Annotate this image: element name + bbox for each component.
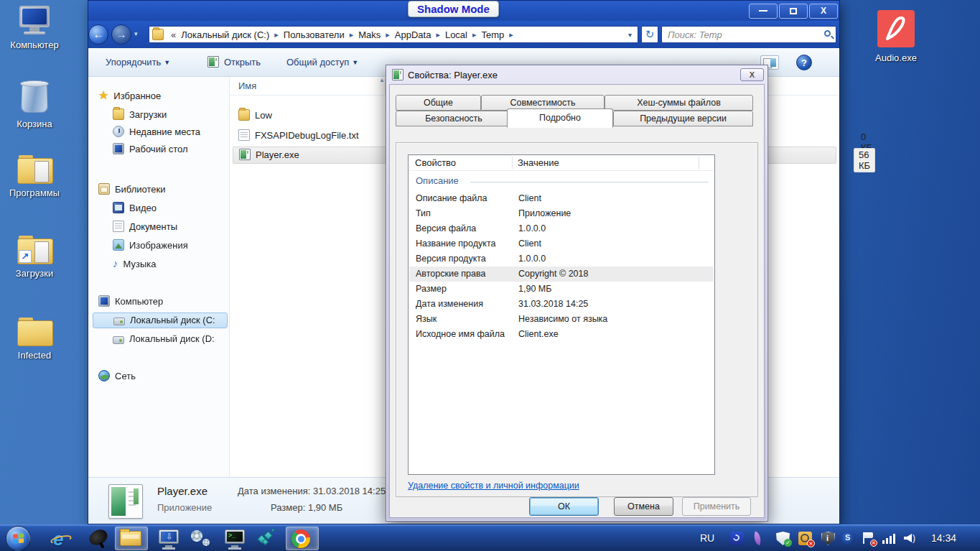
breadcrumb-segment[interactable]: Пользователи (282, 29, 346, 40)
property-row[interactable]: Название продуктаClient (409, 236, 714, 251)
nav-pictures[interactable]: Изображения (93, 238, 228, 254)
property-row[interactable]: ТипПриложение (409, 206, 714, 221)
property-row[interactable]: Исходное имя файлаClient.exe (409, 327, 714, 342)
property-row-highlighted[interactable]: Авторские праваCopyright © 2018 (409, 267, 714, 282)
nav-desktop[interactable]: Рабочий стол (93, 142, 228, 157)
organize-button[interactable]: Упорядочить▼ (100, 55, 176, 70)
crumb-sep-icon[interactable]: ▸ (469, 30, 480, 40)
tray-shadow-defender-icon[interactable] (730, 532, 744, 545)
name-column-header[interactable]: Имя (238, 80, 256, 91)
tray-cs-icon[interactable]: S (841, 532, 855, 545)
tab-hash-sums[interactable]: Хеш-суммы файлов (605, 95, 753, 111)
taskbar-internet-explorer[interactable]: e (47, 527, 76, 550)
nav-favorites[interactable]: ★Избранное (93, 88, 228, 104)
start-button[interactable] (6, 526, 31, 551)
back-button[interactable]: ← (88, 24, 108, 45)
crumb-sep-icon[interactable]: ▸ (271, 30, 282, 40)
close-button[interactable]: X (809, 4, 838, 19)
breadcrumb-segment[interactable]: Maks (357, 29, 382, 40)
breadcrumb[interactable]: « Локальный диск (C:) ▸ Пользователи ▸ M… (149, 26, 638, 43)
property-row[interactable]: Размер1,90 МБ (409, 282, 714, 297)
application-big-icon (108, 484, 143, 519)
value-column[interactable]: Значение (518, 157, 559, 168)
tab-previous-versions[interactable]: Предыдущие версии (613, 111, 753, 126)
tab-details-active[interactable]: Подробно (507, 108, 613, 128)
programs-folder-icon (17, 155, 52, 182)
dialog-close-button[interactable]: X (740, 68, 764, 81)
clock[interactable]: 14:34 (931, 532, 956, 544)
tab-security[interactable]: Безопасность (396, 111, 512, 126)
crumb-sep-icon[interactable]: ▸ (346, 30, 358, 40)
taskbar-audio-app[interactable] (85, 527, 113, 550)
tab-general[interactable]: Общие (396, 95, 481, 111)
property-row[interactable]: Версия файла1.0.0.0 (409, 221, 714, 236)
taskbar-explorer-active[interactable] (115, 527, 148, 550)
nav-label: Видео (129, 203, 157, 213)
crumb-sep-icon[interactable]: ▸ (505, 30, 517, 40)
desktop-icon-recycle-bin[interactable]: Корзина (0, 80, 69, 129)
tray-feather-icon[interactable] (751, 532, 765, 545)
language-indicator[interactable]: RU (700, 532, 714, 544)
share-button[interactable]: Общий доступ▼ (281, 55, 364, 70)
nav-video[interactable]: Видео (93, 200, 228, 216)
breadcrumb-segment[interactable]: AppData (393, 29, 433, 40)
column-divider[interactable] (699, 157, 699, 169)
desktop-icon-audio-exe[interactable]: Audio.exe (862, 10, 930, 63)
tray-network-signal[interactable] (882, 532, 896, 545)
ok-button[interactable]: ОК (529, 497, 599, 516)
property-row[interactable]: ЯзыкНезависимо от языка (409, 312, 714, 327)
taskbar-chrome-active[interactable] (286, 527, 319, 550)
nav-computer[interactable]: Компьютер (93, 294, 228, 310)
address-dropdown-icon[interactable]: ▾ (628, 31, 635, 39)
tray-action-center[interactable]: ✕ (862, 532, 875, 545)
breadcrumb-segment[interactable]: Локальный диск (C:) (179, 29, 271, 40)
nav-recent-places[interactable]: Недавние места (93, 124, 228, 140)
tray-network-error-icon[interactable]: ✕ (798, 532, 812, 545)
remove-properties-link[interactable]: Удаление свойств и личной информации (408, 481, 579, 491)
nav-local-disk-d[interactable]: Локальный диск (D: (93, 331, 228, 347)
nav-local-disk-c[interactable]: Локальный диск (C: (93, 312, 228, 328)
property-row[interactable]: Описание файлаClient (409, 191, 714, 206)
forward-button[interactable]: → (111, 24, 131, 45)
taskbar-settings-gears[interactable] (188, 527, 217, 550)
desktop-icon-programs[interactable]: Программы (0, 155, 69, 198)
nav-network[interactable]: Сеть (93, 369, 228, 384)
crumb-sep-icon[interactable]: ▸ (382, 30, 393, 40)
nav-documents[interactable]: Документы (93, 219, 228, 235)
open-button[interactable]: Открыть (202, 55, 266, 70)
refresh-button[interactable]: ↻ (641, 26, 658, 43)
desktop-icon-infected[interactable]: Infected (0, 318, 69, 361)
maximize-button[interactable] (779, 4, 808, 19)
taskbar-console-app[interactable] (221, 527, 250, 550)
tray-volume[interactable]: ) (904, 532, 918, 545)
nav-music[interactable]: ♪Музыка (93, 256, 228, 272)
property-row[interactable]: Версия продукта1.0.0.0 (409, 251, 714, 267)
desktop-icon-computer[interactable]: Компьютер (0, 6, 69, 50)
search-icon[interactable] (824, 30, 831, 37)
apply-button[interactable]: Применить (682, 497, 751, 516)
chevrons-icon[interactable]: « (167, 29, 179, 40)
breadcrumb-segment[interactable]: Temp (480, 29, 506, 40)
property-column[interactable]: Свойство (415, 157, 456, 168)
nav-libraries[interactable]: Библиотеки (93, 182, 228, 198)
nav-label: Сеть (115, 371, 136, 381)
dialog-titlebar[interactable]: Свойства: Player.exe (386, 65, 767, 84)
details-file-name: Player.exe (157, 485, 207, 497)
minimize-button[interactable] (749, 4, 778, 19)
taskbar-cubes-app[interactable] (253, 527, 281, 550)
cancel-button[interactable]: Отмена (614, 497, 673, 516)
history-dropdown[interactable]: ▾ (134, 30, 138, 37)
property-row[interactable]: Дата изменения31.03.2018 14:25 (409, 297, 714, 312)
help-button[interactable]: ? (796, 55, 812, 70)
taskbar-remote-desktop[interactable] (155, 527, 184, 550)
crumb-sep-icon[interactable]: ▸ (432, 30, 444, 40)
sort-asc-icon[interactable]: ▲ (379, 77, 385, 83)
tray-antivirus-icon[interactable]: ✓ (776, 532, 790, 545)
breadcrumb-segment[interactable]: Local (444, 29, 469, 40)
search-input[interactable] (662, 27, 836, 42)
tray-defender-shield-icon[interactable]: i (821, 532, 835, 545)
properties-list-header[interactable]: Свойство Значение (409, 155, 714, 171)
column-divider[interactable] (512, 157, 513, 169)
nav-downloads[interactable]: Загрузки (93, 107, 228, 123)
desktop-icon-downloads[interactable]: ↗ Загрузки (0, 236, 69, 279)
